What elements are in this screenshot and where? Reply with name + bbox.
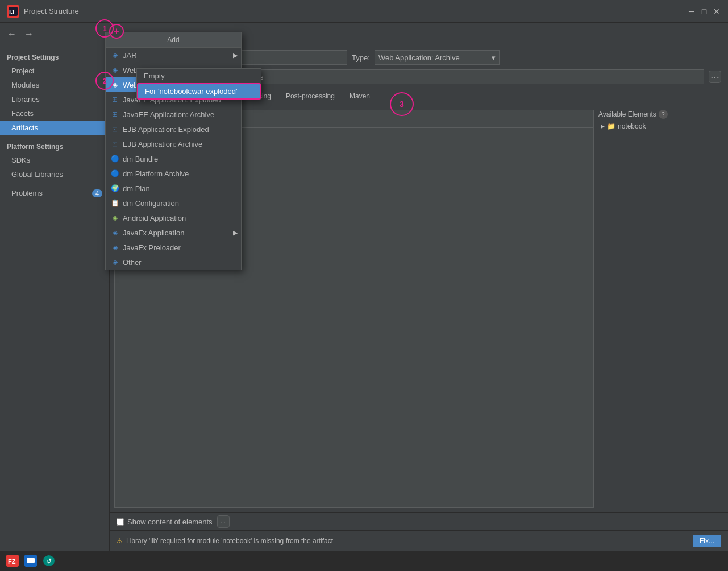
type-select-value: Web Application: Archive: [378, 53, 460, 62]
show-content-checkbox[interactable]: [117, 518, 124, 526]
warning-text: Library 'lib' required for module 'noteb…: [126, 537, 333, 545]
output-dir-browse-button[interactable]: ⋯: [709, 71, 721, 83]
sub-dropdown: Empty For 'notebook:war exploded': [136, 68, 261, 100]
dropdown-javaee-archive[interactable]: ⊞ JavaEE Application: Archive: [106, 107, 241, 122]
window-controls[interactable]: ─ □ ✕: [687, 7, 721, 16]
problems-badge: 4: [92, 189, 102, 197]
dropdown-ejb-archive[interactable]: ⊡ EJB Application: Archive: [106, 136, 241, 151]
available-header: Available Elements ?: [598, 110, 723, 119]
svg-text:IJ: IJ: [9, 9, 14, 15]
project-label: Project: [11, 67, 34, 75]
folder-icon2: 📁: [607, 122, 615, 130]
type-select-arrow: ▾: [492, 53, 496, 62]
other-icon: ◈: [110, 258, 119, 267]
add-btn-wrapper: +: [109, 24, 124, 39]
back-button[interactable]: ←: [5, 27, 19, 42]
help-icon: ?: [659, 110, 668, 119]
dropdown-dm-bundle[interactable]: 🔵 dm Bundle: [106, 151, 241, 166]
tree-item-notebook-label: notebook: [618, 122, 646, 130]
taskbar-icon-1[interactable]: FZ: [5, 553, 20, 569]
title-bar: IJ Project Structure ─ □ ✕: [0, 0, 728, 23]
javafx-icon: ◈: [110, 228, 119, 237]
svg-text:↺: ↺: [46, 557, 52, 565]
ejb-exploded-icon: ⊡: [110, 125, 119, 134]
android-icon: ◈: [110, 213, 119, 222]
svg-text:FZ: FZ: [8, 558, 16, 565]
sidebar-item-sdks[interactable]: SDKs: [0, 153, 109, 167]
jar-arrow: ▶: [233, 52, 238, 59]
modules-label: Modules: [11, 81, 39, 89]
libraries-label: Libraries: [11, 95, 40, 104]
dm-platform-icon: 🔵: [110, 169, 119, 178]
dropdown-header: Add: [106, 32, 241, 48]
forward-button[interactable]: →: [22, 27, 36, 42]
sidebar-item-project[interactable]: Project: [0, 64, 109, 78]
taskbar-icon-3[interactable]: ↺: [41, 553, 57, 569]
platform-settings-header: Platform Settings: [0, 139, 109, 153]
dropdown-dm-plan[interactable]: 🌍 dm Plan: [106, 181, 241, 196]
taskbar-icon-2[interactable]: [23, 553, 39, 569]
tab-maven[interactable]: Maven: [343, 89, 377, 105]
sidebar-item-global-libraries[interactable]: Global Libraries: [0, 167, 109, 181]
artifacts-label: Artifacts: [11, 123, 38, 132]
minimize-button[interactable]: ─: [687, 7, 696, 16]
javaee-archive-icon: ⊞: [110, 110, 119, 119]
sidebar-item-facets[interactable]: Facets: [0, 106, 109, 121]
webapp-archive-icon: ◈: [110, 80, 119, 89]
sdks-label: SDKs: [11, 156, 30, 164]
dropdown-android[interactable]: ◈ Android Application: [106, 210, 241, 225]
show-content-label: Show content of elements: [127, 518, 213, 526]
javafx-preloader-icon: ◈: [110, 243, 119, 252]
more-options-btn[interactable]: ···: [217, 515, 230, 528]
dropdown-javafx[interactable]: ◈ JavaFx Application ▶: [106, 225, 241, 240]
javafx-arrow: ▶: [233, 229, 238, 237]
tree-item-notebook[interactable]: ▶ 📁 notebook: [598, 121, 723, 131]
dropdown-other[interactable]: ◈ Other: [106, 255, 241, 270]
dropdown-dm-platform[interactable]: 🔵 dm Platform Archive: [106, 166, 241, 181]
facets-label: Facets: [11, 109, 34, 118]
sub-dropdown-empty[interactable]: Empty: [137, 69, 261, 83]
add-dropdown: Add ◈ JAR ▶ ◈ Web Application: Exploded …: [105, 32, 242, 270]
bottom-bar: Show content of elements ···: [110, 512, 728, 530]
jar-icon: ◈: [110, 51, 119, 60]
dropdown-menu: Add ◈ JAR ▶ ◈ Web Application: Exploded …: [105, 32, 242, 270]
maximize-button[interactable]: □: [700, 7, 709, 16]
sub-dropdown-notebook[interactable]: For 'notebook:war exploded': [137, 83, 261, 100]
webapp-exploded-icon: ◈: [110, 65, 119, 75]
tab-post-processing[interactable]: Post-processing: [279, 89, 342, 105]
window-title: Project Structure: [24, 7, 687, 15]
sidebar-item-problems[interactable]: Problems 4: [0, 186, 109, 200]
dm-bundle-icon: 🔵: [110, 154, 119, 163]
problems-label: Problems: [11, 189, 43, 197]
type-label: Type:: [352, 53, 370, 62]
sidebar-item-libraries[interactable]: Libraries: [0, 92, 109, 106]
taskbar: FZ ↺: [0, 551, 728, 571]
available-elements-label: Available Elements: [598, 110, 656, 118]
warning-icon: ⚠: [117, 537, 123, 545]
sidebar-item-modules[interactable]: Modules: [0, 78, 109, 92]
add-artifact-button[interactable]: +: [109, 24, 124, 39]
javaee-exploded-icon: ⊞: [110, 95, 119, 104]
dm-config-icon: 📋: [110, 198, 119, 208]
close-button[interactable]: ✕: [712, 7, 721, 16]
app-logo: IJ: [7, 5, 19, 18]
dropdown-javafx-preloader[interactable]: ◈ JavaFx Preloader: [106, 240, 241, 255]
global-libraries-label: Global Libraries: [11, 170, 63, 179]
ejb-archive-icon: ⊡: [110, 139, 119, 148]
svg-rect-6: [27, 558, 35, 563]
show-content-checkbox-area: Show content of elements: [117, 518, 213, 526]
project-settings-header: Project Settings: [0, 50, 109, 64]
dropdown-dm-config[interactable]: 📋 dm Configuration: [106, 196, 241, 210]
warning-bar: ⚠ Library 'lib' required for module 'not…: [110, 530, 728, 551]
available-elements-panel: Available Elements ? ▶ 📁 notebook: [598, 110, 723, 508]
type-select[interactable]: Web Application: Archive ▾: [375, 50, 500, 65]
dropdown-ejb-exploded[interactable]: ⊡ EJB Application: Exploded: [106, 122, 241, 136]
dm-plan-icon: 🌍: [110, 184, 119, 193]
tree-expand-icon: ▶: [601, 123, 605, 129]
fix-button[interactable]: Fix...: [693, 535, 721, 547]
sidebar: Project Settings Project Modules Librari…: [0, 45, 110, 551]
dropdown-jar[interactable]: ◈ JAR ▶: [106, 48, 241, 63]
sidebar-item-artifacts[interactable]: Artifacts: [0, 121, 109, 135]
